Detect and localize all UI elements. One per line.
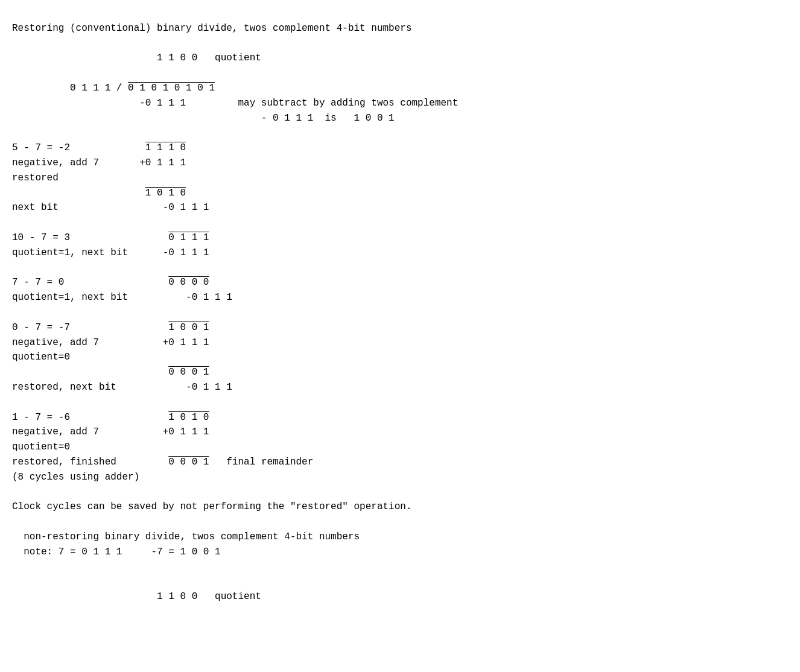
- step5-cycles: (8 cycles using adder): [12, 472, 139, 483]
- twos-complement-note: - 0 1 1 1 is 1 0 0 1: [12, 113, 395, 124]
- step5-result-label: 1 - 7 = -6 1 0 1 0: [12, 412, 209, 423]
- step5-restored-value: restored, finished 0 0 0 1 final remaind…: [12, 457, 313, 468]
- step1-restored-value: 1 0 1 0: [12, 188, 186, 198]
- step5-add: negative, add 7 +0 1 1 1: [12, 426, 209, 437]
- subtract-line: -0 1 1 1 may subtract by adding twos com…: [12, 98, 458, 109]
- step4-restored-value: 0 0 0 1: [12, 367, 209, 378]
- step4-quotient: quotient=0: [12, 352, 70, 363]
- step4-result-label: 0 - 7 = -7 1 0 0 1: [12, 322, 209, 333]
- step5-quotient: quotient=0: [12, 442, 70, 452]
- non-restoring-note: note: 7 = 0 1 1 1 -7 = 1 0 0 1: [12, 547, 221, 557]
- division-header: 0 1 1 1 / 0 1 0 1 0 1 0 1: [12, 83, 215, 94]
- step4-add: negative, add 7 +0 1 1 1: [12, 337, 209, 348]
- step2-nextbit: quotient=1, next bit -0 1 1 1: [12, 247, 209, 258]
- step4-nextbit: restored, next bit -0 1 1 1: [12, 382, 232, 393]
- step1-add: negative, add 7 +0 1 1 1: [12, 157, 186, 168]
- step1-nextbit: next bit -0 1 1 1: [12, 202, 209, 213]
- step3-nextbit: quotient=1, next bit -0 1 1 1: [12, 292, 232, 303]
- final-quotient-label: 1 1 0 0 quotient: [12, 591, 261, 602]
- quotient-label: 1 1 0 0 quotient: [12, 52, 261, 63]
- step1-restored-label: restored: [12, 173, 59, 183]
- step3-result-label: 7 - 7 = 0 0 0 0 0: [12, 277, 209, 288]
- non-restoring-title: non-restoring binary divide, twos comple…: [12, 531, 360, 542]
- step1-result-label: 5 - 7 = -2 1 1 1 0: [12, 142, 186, 153]
- clock-cycles-note: Clock cycles can be saved by not perform…: [12, 501, 412, 512]
- main-content: Restoring (conventional) binary divide, …: [12, 6, 788, 604]
- title-line: Restoring (conventional) binary divide, …: [12, 23, 412, 34]
- step2-result-label: 10 - 7 = 3 0 1 1 1: [12, 232, 209, 243]
